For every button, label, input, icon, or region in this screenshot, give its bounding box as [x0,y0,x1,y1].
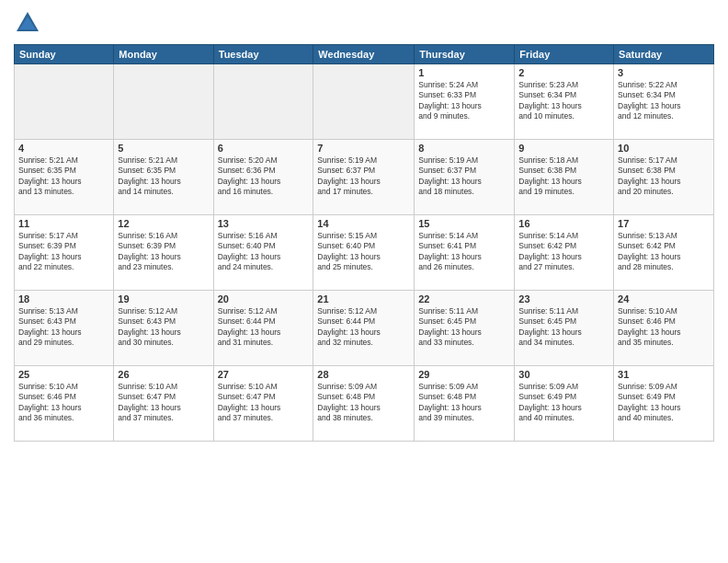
calendar-cell: 12Sunrise: 5:16 AMSunset: 6:39 PMDayligh… [114,215,213,291]
day-number: 7 [317,143,410,154]
day-number: 11 [18,218,109,229]
calendar-cell: 8Sunrise: 5:19 AMSunset: 6:37 PMDaylight… [415,140,515,215]
day-number: 26 [118,369,209,380]
col-header-sunday: Sunday [15,45,114,64]
calendar-cell: 9Sunrise: 5:18 AMSunset: 6:38 PMDaylight… [515,140,614,215]
day-info: Sunrise: 5:21 AMSunset: 6:35 PMDaylight:… [18,155,109,198]
day-number: 6 [218,143,310,154]
day-info: Sunrise: 5:18 AMSunset: 6:38 PMDaylight:… [518,155,609,198]
day-number: 21 [317,293,410,304]
calendar-cell: 17Sunrise: 5:13 AMSunset: 6:42 PMDayligh… [614,215,714,291]
day-info: Sunrise: 5:09 AMSunset: 6:49 PMDaylight:… [618,382,710,424]
calendar-cell [213,64,313,140]
calendar-cell: 26Sunrise: 5:10 AMSunset: 6:47 PMDayligh… [114,366,213,442]
day-info: Sunrise: 5:09 AMSunset: 6:48 PMDaylight:… [317,382,410,424]
calendar-cell: 20Sunrise: 5:12 AMSunset: 6:44 PMDayligh… [213,291,313,366]
day-info: Sunrise: 5:17 AMSunset: 6:39 PMDaylight:… [18,231,109,273]
col-header-thursday: Thursday [415,45,515,64]
calendar-header-row: SundayMondayTuesdayWednesdayThursdayFrid… [15,45,714,64]
calendar-week-row: 1Sunrise: 5:24 AMSunset: 6:33 PMDaylight… [15,64,714,140]
day-info: Sunrise: 5:12 AMSunset: 6:43 PMDaylight:… [118,306,209,349]
day-number: 8 [418,143,510,154]
day-info: Sunrise: 5:16 AMSunset: 6:39 PMDaylight:… [118,231,209,273]
col-header-tuesday: Tuesday [213,45,313,64]
col-header-friday: Friday [515,45,614,64]
day-number: 17 [618,218,710,229]
calendar-cell: 27Sunrise: 5:10 AMSunset: 6:47 PMDayligh… [213,366,313,442]
day-number: 31 [618,369,710,380]
calendar-week-row: 4Sunrise: 5:21 AMSunset: 6:35 PMDaylight… [15,140,714,215]
day-info: Sunrise: 5:11 AMSunset: 6:45 PMDaylight:… [518,306,609,349]
calendar-cell: 30Sunrise: 5:09 AMSunset: 6:49 PMDayligh… [515,366,614,442]
calendar-cell: 24Sunrise: 5:10 AMSunset: 6:46 PMDayligh… [614,291,714,366]
day-number: 1 [418,67,510,78]
day-number: 15 [418,218,510,229]
day-info: Sunrise: 5:19 AMSunset: 6:37 PMDaylight:… [317,155,410,198]
day-info: Sunrise: 5:10 AMSunset: 6:46 PMDaylight:… [18,382,109,424]
day-number: 12 [118,218,209,229]
calendar-cell: 1Sunrise: 5:24 AMSunset: 6:33 PMDaylight… [415,64,515,140]
day-info: Sunrise: 5:14 AMSunset: 6:42 PMDaylight:… [518,231,609,273]
day-number: 13 [218,218,310,229]
day-info: Sunrise: 5:11 AMSunset: 6:45 PMDaylight:… [418,306,510,349]
col-header-monday: Monday [114,45,213,64]
day-number: 9 [518,143,609,154]
calendar-cell: 18Sunrise: 5:13 AMSunset: 6:43 PMDayligh… [15,291,114,366]
day-info: Sunrise: 5:10 AMSunset: 6:47 PMDaylight:… [118,382,209,424]
calendar-cell: 22Sunrise: 5:11 AMSunset: 6:45 PMDayligh… [415,291,515,366]
day-number: 28 [317,369,410,380]
day-info: Sunrise: 5:10 AMSunset: 6:46 PMDaylight:… [618,306,710,349]
calendar-cell: 28Sunrise: 5:09 AMSunset: 6:48 PMDayligh… [313,366,415,442]
calendar-cell: 14Sunrise: 5:15 AMSunset: 6:40 PMDayligh… [313,215,415,291]
col-header-wednesday: Wednesday [313,45,415,64]
calendar-cell: 6Sunrise: 5:20 AMSunset: 6:36 PMDaylight… [213,140,313,215]
page: SundayMondayTuesdayWednesdayThursdayFrid… [0,0,728,563]
day-number: 20 [218,293,310,304]
day-number: 22 [418,293,510,304]
day-info: Sunrise: 5:15 AMSunset: 6:40 PMDaylight:… [317,231,410,273]
day-number: 5 [118,143,209,154]
day-info: Sunrise: 5:12 AMSunset: 6:44 PMDaylight:… [317,306,410,349]
day-info: Sunrise: 5:13 AMSunset: 6:42 PMDaylight:… [618,231,710,273]
day-number: 29 [418,369,510,380]
calendar-cell: 10Sunrise: 5:17 AMSunset: 6:38 PMDayligh… [614,140,714,215]
logo [14,9,45,37]
day-info: Sunrise: 5:09 AMSunset: 6:49 PMDaylight:… [518,382,609,424]
calendar-cell: 29Sunrise: 5:09 AMSunset: 6:48 PMDayligh… [415,366,515,442]
day-info: Sunrise: 5:20 AMSunset: 6:36 PMDaylight:… [218,155,310,198]
day-number: 27 [218,369,310,380]
day-info: Sunrise: 5:17 AMSunset: 6:38 PMDaylight:… [618,155,710,198]
day-info: Sunrise: 5:10 AMSunset: 6:47 PMDaylight:… [218,382,310,424]
calendar-cell: 13Sunrise: 5:16 AMSunset: 6:40 PMDayligh… [213,215,313,291]
day-number: 3 [618,67,710,78]
day-info: Sunrise: 5:12 AMSunset: 6:44 PMDaylight:… [218,306,310,349]
day-number: 10 [618,143,710,154]
calendar-cell: 5Sunrise: 5:21 AMSunset: 6:35 PMDaylight… [114,140,213,215]
calendar-cell: 21Sunrise: 5:12 AMSunset: 6:44 PMDayligh… [313,291,415,366]
calendar-cell [313,64,415,140]
calendar: SundayMondayTuesdayWednesdayThursdayFrid… [14,44,714,442]
day-number: 14 [317,218,410,229]
day-number: 2 [518,67,609,78]
day-info: Sunrise: 5:13 AMSunset: 6:43 PMDaylight:… [18,306,109,349]
calendar-cell: 23Sunrise: 5:11 AMSunset: 6:45 PMDayligh… [515,291,614,366]
calendar-cell [114,64,213,140]
calendar-cell: 31Sunrise: 5:09 AMSunset: 6:49 PMDayligh… [614,366,714,442]
day-number: 16 [518,218,609,229]
day-number: 24 [618,293,710,304]
calendar-cell: 15Sunrise: 5:14 AMSunset: 6:41 PMDayligh… [415,215,515,291]
day-number: 19 [118,293,209,304]
calendar-cell [15,64,114,140]
calendar-cell: 25Sunrise: 5:10 AMSunset: 6:46 PMDayligh… [15,366,114,442]
header [14,9,714,37]
day-number: 4 [18,143,109,154]
calendar-week-row: 11Sunrise: 5:17 AMSunset: 6:39 PMDayligh… [15,215,714,291]
calendar-cell: 3Sunrise: 5:22 AMSunset: 6:34 PMDaylight… [614,64,714,140]
calendar-cell: 11Sunrise: 5:17 AMSunset: 6:39 PMDayligh… [15,215,114,291]
day-info: Sunrise: 5:09 AMSunset: 6:48 PMDaylight:… [418,382,510,424]
calendar-cell: 19Sunrise: 5:12 AMSunset: 6:43 PMDayligh… [114,291,213,366]
calendar-cell: 16Sunrise: 5:14 AMSunset: 6:42 PMDayligh… [515,215,614,291]
day-number: 25 [18,369,109,380]
day-info: Sunrise: 5:14 AMSunset: 6:41 PMDaylight:… [418,231,510,273]
day-info: Sunrise: 5:22 AMSunset: 6:34 PMDaylight:… [618,80,710,122]
